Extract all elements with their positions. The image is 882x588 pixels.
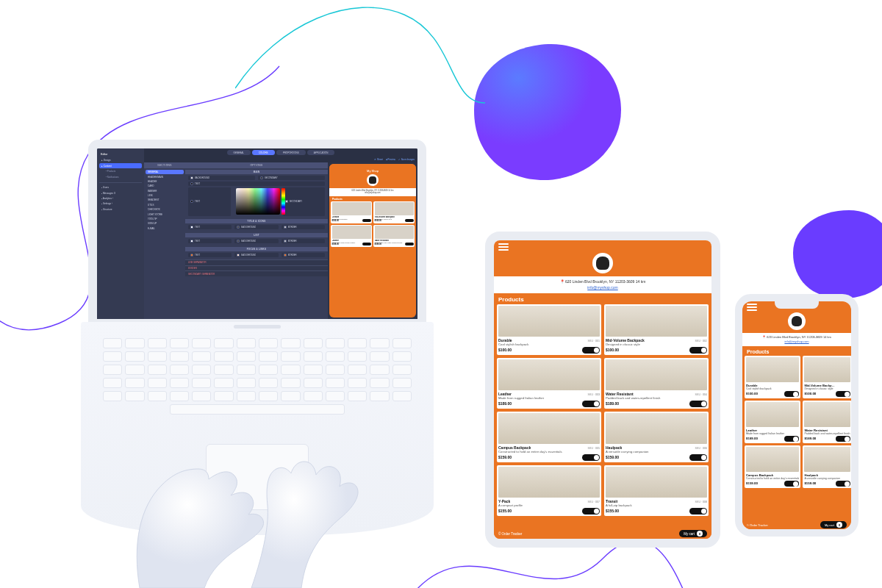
add-to-cart-button[interactable] <box>836 436 850 442</box>
color-swatch[interactable]: TEXT <box>188 253 232 257</box>
product-card[interactable]: DurableCool stylish backpack$100.00 <box>331 201 372 223</box>
product-card[interactable]: Water ResistantSKU · 004Padded back and … <box>803 401 851 443</box>
add-to-cart-button[interactable] <box>784 481 799 487</box>
product-card[interactable]: TransitSKU · 008A full-zip backpack$155.… <box>604 465 709 516</box>
product-card[interactable]: DurableSKU · 001Cool stylish backpack$10… <box>497 304 601 355</box>
add-to-cart-button[interactable] <box>362 243 371 245</box>
nav-group-analytics[interactable]: ▪ Analytics › <box>99 196 142 201</box>
tab-colors[interactable]: COLORS <box>252 150 275 155</box>
product-card[interactable]: LeatherSKU · 003Made from rugged Italian… <box>497 358 601 409</box>
keyboard <box>103 338 412 415</box>
divider-heading: DIVIDER <box>185 265 328 271</box>
add-to-cart-button[interactable] <box>836 481 850 487</box>
address-text: 620 Linden Blvd Brooklyn, NY 11203-3609 … <box>767 335 831 339</box>
add-to-cart-button[interactable] <box>582 347 600 354</box>
tab-general[interactable]: GENERAL <box>227 150 251 155</box>
product-card[interactable]: Mid-Volume BackpackSKU · 002Designed in … <box>803 356 851 398</box>
divider-heading: LINE SEPARATOR <box>185 259 328 265</box>
toolbar-reset[interactable]: ↺ Reset <box>374 158 382 161</box>
section-header-main[interactable]: HEADER/MAIN <box>146 174 184 179</box>
section-light-store[interactable]: LIGHT STORE <box>146 212 184 216</box>
product-price: $100.00 <box>804 392 816 395</box>
shop-email-link[interactable]: info@myshop.com <box>784 340 808 343</box>
color-swatch[interactable]: BORDER <box>282 225 325 229</box>
add-to-cart-button[interactable] <box>405 243 414 245</box>
product-card[interactable]: Water ResistantPadded back and water-rep… <box>373 225 415 247</box>
color-swatch[interactable]: BACKGROUND <box>234 253 278 257</box>
product-desc: Made from rugged Italian leather <box>746 432 799 435</box>
cart-label: My cart <box>684 532 695 536</box>
tablet-device: 📍 620 Linden Blvd Brooklyn, NY 11203-360… <box>485 232 720 548</box>
shop-logo-icon <box>786 310 808 332</box>
product-price: $159.00 <box>804 481 816 485</box>
product-desc: Constructed to hold an entire day's esse… <box>498 450 600 453</box>
cart-button[interactable]: My cart 0 <box>820 521 847 528</box>
add-to-cart-button[interactable] <box>689 401 707 407</box>
add-to-cart-button[interactable] <box>405 219 414 222</box>
toolbar-savechanges[interactable]: ✓ Save changes <box>398 158 415 161</box>
color-swatch[interactable]: SECONDARY <box>283 187 326 216</box>
shop-logo-icon <box>367 174 379 186</box>
add-to-cart-button[interactable] <box>689 347 707 354</box>
product-card[interactable]: Campus BackpackSKU · 005Constructed to h… <box>497 412 601 462</box>
nav-group-users[interactable]: ▪ Users <box>99 185 142 190</box>
nav-item-design[interactable]: ▸ Design <box>99 158 142 163</box>
nav-group-structure[interactable]: ▪ Structure <box>99 207 142 212</box>
editor-nav-tree: ▸ Design▸ Content <box>99 158 142 168</box>
product-card[interactable]: Campus BackpackSKU · 005Constructed to h… <box>745 445 800 488</box>
color-swatch[interactable]: BACKGROUND <box>188 176 255 180</box>
shop-footer: © Order Tracker My cart 0 <box>494 528 711 539</box>
color-swatch[interactable]: TEXT <box>188 187 231 216</box>
product-card[interactable]: Mid-Volume BackpackSKU · 002Designed in … <box>604 304 709 355</box>
nav-group-settings[interactable]: ▪ Settings › <box>99 201 142 207</box>
section-e-mail[interactable]: E-MAIL <box>146 226 184 231</box>
section-sign-up[interactable]: SIGN UP <box>146 221 184 226</box>
product-desc: A versatile carrying companion <box>606 450 707 453</box>
color-swatch[interactable]: TEXT <box>188 239 232 243</box>
add-to-cart-button[interactable] <box>784 436 799 442</box>
toolbar-preview[interactable]: ⧉ Preview <box>386 158 395 161</box>
product-card[interactable]: Water ResistantSKU · 004Padded back and … <box>604 358 709 409</box>
color-swatch[interactable]: BACKGROUND <box>234 225 278 229</box>
product-card[interactable]: DurableSKU · 001Cool stylish backpack$10… <box>745 356 800 398</box>
section-banner[interactable]: BANNER <box>146 189 184 193</box>
add-to-cart-button[interactable] <box>836 391 850 397</box>
tab-application[interactable]: APPLICATION <box>307 150 335 155</box>
nav-sub-notifications[interactable]: • Notifications <box>99 174 142 179</box>
product-card[interactable]: Y-PackSKU · 007A compact profile$155.00 <box>497 465 601 516</box>
product-desc: Designed in classic style <box>804 387 850 390</box>
section-gradient[interactable]: GRADIENT <box>146 198 184 202</box>
nav-group-messages[interactable]: ▪ Messages 3 <box>99 190 142 196</box>
color-swatch[interactable]: TEXT <box>188 225 232 229</box>
product-desc: A versatile carrying companion <box>804 477 850 480</box>
product-card[interactable]: Mid-Volume BackpackDesigned in classic s… <box>373 201 415 223</box>
section-card[interactable]: CARD <box>146 184 184 188</box>
add-to-cart-button[interactable] <box>689 454 707 461</box>
trackpad <box>206 444 309 510</box>
color-picker[interactable] <box>236 188 280 215</box>
product-desc: Padded back and water-repellent finish <box>606 396 707 400</box>
color-swatch[interactable]: BORDER <box>282 239 325 243</box>
product-card[interactable]: LeatherSKU · 003Made from rugged Italian… <box>745 401 800 443</box>
shop-email-link[interactable]: info@myshop.com <box>587 285 617 290</box>
editor-main: GENERALCOLORSPROPORTIONSAPPLICATION ↺ Re… <box>144 148 417 319</box>
cart-button[interactable]: My cart 0 <box>679 530 707 537</box>
color-swatch[interactable]: BORDER <box>282 253 325 257</box>
address-text: 620 Linden Blvd Brooklyn, NY 11203-3609 … <box>565 279 645 284</box>
add-to-cart-button[interactable] <box>784 391 799 397</box>
color-swatch[interactable]: SECONDARY <box>258 176 325 180</box>
nav-item-content[interactable]: ▸ Content <box>99 163 142 168</box>
color-swatch[interactable]: TEXT <box>188 182 325 186</box>
color-swatch[interactable]: BACKGROUND <box>234 239 278 243</box>
product-card[interactable]: HaulpackSKU · 006A versatile carrying co… <box>803 445 851 488</box>
product-card[interactable]: HaulpackSKU · 006A versatile carrying co… <box>604 412 709 462</box>
add-to-cart-button[interactable] <box>582 401 600 407</box>
add-to-cart-button[interactable] <box>362 219 371 222</box>
nav-sub-products[interactable]: • Products <box>99 169 142 174</box>
product-card[interactable]: LeatherMade from rugged Italian leather$… <box>331 225 372 247</box>
product-grid: DurableSKU · 001Cool stylish backpack$10… <box>742 356 851 490</box>
add-to-cart-button[interactable] <box>582 508 600 514</box>
add-to-cart-button[interactable] <box>582 454 600 461</box>
add-to-cart-button[interactable] <box>689 508 707 514</box>
tab-proportions[interactable]: PROPORTIONS <box>276 150 306 155</box>
